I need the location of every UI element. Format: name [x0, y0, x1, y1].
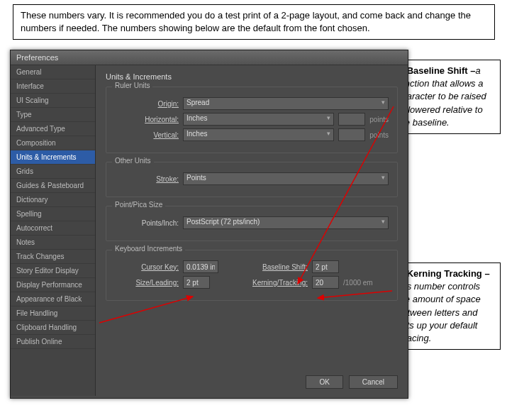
sidebar-item-ui-scaling[interactable]: UI Scaling	[11, 94, 95, 108]
cursor-key-input[interactable]	[183, 260, 218, 273]
preferences-dialog: Preferences GeneralInterfaceUI ScalingTy…	[10, 50, 408, 399]
cancel-button[interactable]: Cancel	[349, 375, 398, 389]
origin-select[interactable]: Spread	[183, 97, 389, 110]
size-leading-label: Size/Leading:	[115, 279, 179, 287]
points-inch-label: Points/Inch:	[115, 219, 179, 227]
sidebar-item-composition[interactable]: Composition	[11, 136, 95, 150]
sidebar-item-appearance-of-black[interactable]: Appearance of Black	[11, 292, 95, 306]
vertical-points-input[interactable]	[338, 128, 365, 141]
unit-label: points	[369, 116, 389, 123]
sidebar-item-publish-online[interactable]: Publish Online	[11, 335, 95, 349]
baseline-shift-label: Baseline Shift:	[237, 263, 308, 271]
horizontal-points-input[interactable]	[338, 113, 365, 126]
sidebar-item-autocorrect[interactable]: Autocorrect	[11, 221, 95, 236]
group-title: Ruler Units	[112, 82, 152, 89]
sidebar-item-notes[interactable]: Notes	[11, 236, 95, 250]
unit-label: points	[369, 131, 389, 139]
group-keyboard-increments: Keyboard Increments Cursor Key: Baseline…	[106, 250, 398, 301]
origin-label: Origin:	[115, 100, 179, 108]
sidebar-item-type[interactable]: Type	[11, 108, 95, 122]
sidebar-item-display-performance[interactable]: Display Performance	[11, 278, 95, 292]
sidebar-item-interface[interactable]: Interface	[11, 79, 95, 94]
sidebar-item-track-changes[interactable]: Track Changes	[11, 250, 95, 264]
group-title: Other Units	[112, 157, 154, 165]
group-title: Keyboard Increments	[112, 245, 185, 253]
note-label: Kerning Tracking –	[407, 268, 490, 279]
panel-title: Units & Increments	[106, 72, 398, 81]
kerning-tracking-input[interactable]	[312, 276, 339, 289]
group-other-units: Other Units Stroke:Points	[106, 162, 398, 197]
dialog-title: Preferences	[11, 50, 408, 65]
group-title: Point/Pica Size	[112, 201, 165, 209]
note-label: Baseline Shift –	[407, 65, 476, 76]
points-inch-select[interactable]: PostScript (72 pts/inch)	[183, 216, 389, 229]
sidebar: GeneralInterfaceUI ScalingTypeAdvanced T…	[11, 65, 96, 396]
stroke-select[interactable]: Points	[183, 172, 389, 185]
size-leading-input[interactable]	[183, 276, 210, 289]
cursor-key-label: Cursor Key:	[115, 263, 179, 271]
unit-label: /1000 em	[343, 279, 373, 287]
vertical-select[interactable]: Inches	[183, 128, 334, 141]
sidebar-item-units-increments[interactable]: Units & Increments	[11, 150, 95, 165]
sidebar-item-spelling[interactable]: Spelling	[11, 207, 95, 221]
horizontal-label: Horizontal:	[115, 116, 179, 123]
stroke-label: Stroke:	[115, 175, 179, 183]
sidebar-item-grids[interactable]: Grids	[11, 165, 95, 179]
panel-units-increments: Units & Increments Ruler Units Origin:Sp…	[96, 65, 408, 396]
baseline-shift-input[interactable]	[312, 260, 339, 273]
sidebar-item-general[interactable]: General	[11, 65, 95, 79]
kerning-tracking-label: Kerning/Tracking:	[228, 279, 308, 287]
sidebar-item-story-editor-display[interactable]: Story Editor Display	[11, 264, 95, 278]
sidebar-item-dictionary[interactable]: Dictionary	[11, 193, 95, 207]
horizontal-select[interactable]: Inches	[183, 113, 334, 126]
sidebar-item-advanced-type[interactable]: Advanced Type	[11, 122, 95, 136]
sidebar-item-guides-pasteboard[interactable]: Guides & Pasteboard	[11, 179, 95, 193]
group-ruler-units: Ruler Units Origin:Spread Horizontal:Inc…	[106, 87, 398, 153]
group-point-pica: Point/Pica Size Points/Inch:PostScript (…	[106, 206, 398, 241]
sidebar-item-clipboard-handling[interactable]: Clipboard Handling	[11, 321, 95, 335]
note-top: These numbers vary. It is recommended yo…	[13, 4, 495, 40]
note-body: this number controls the amount of space…	[397, 281, 481, 343]
sidebar-item-file-handling[interactable]: File Handling	[11, 306, 95, 321]
vertical-label: Vertical:	[115, 131, 179, 139]
ok-button[interactable]: OK	[306, 375, 342, 389]
